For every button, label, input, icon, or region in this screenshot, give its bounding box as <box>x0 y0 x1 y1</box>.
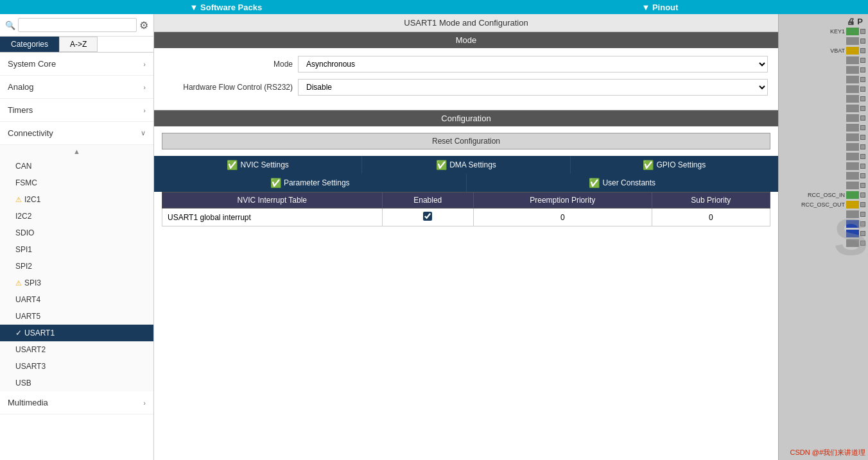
software-packs-menu[interactable]: ▼ Software Packs <box>190 3 263 12</box>
pin-connector <box>860 192 865 198</box>
pin-row <box>846 171 865 180</box>
sidebar-item-spi3[interactable]: ⚠ SPI3 <box>0 275 153 291</box>
pin-row <box>846 75 865 84</box>
pin-box <box>846 162 859 170</box>
sidebar-item-usb[interactable]: USB <box>0 375 153 391</box>
pin-connector <box>860 173 865 178</box>
pin-box <box>846 85 859 93</box>
col-preemption: Preemption Priority <box>473 192 652 209</box>
mode-select[interactable]: Asynchronous Synchronous Single Wire (Ha… <box>298 56 768 72</box>
analog-label: Analog <box>8 82 33 92</box>
sidebar-item-timers[interactable]: Timers › <box>0 99 153 122</box>
sidebar-item-sdio[interactable]: SDIO <box>0 225 153 241</box>
sidebar-item-i2c1[interactable]: ⚠ I2C1 <box>0 191 153 208</box>
sidebar-item-uart5[interactable]: UART5 <box>0 308 153 325</box>
pin-label: KEY1 <box>830 28 845 35</box>
tab-categories[interactable]: Categories <box>0 37 59 52</box>
col-nvic-interrupt: NVIC Interrupt Table <box>162 192 383 209</box>
pin-row <box>846 181 865 190</box>
tab-az[interactable]: A->Z <box>59 37 98 52</box>
content-title: USART1 Mode and Configuration <box>154 14 778 32</box>
usb-label: USB <box>15 379 31 388</box>
pinout-menu[interactable]: ▼ Pinout <box>641 3 678 12</box>
pin-box <box>846 191 859 199</box>
tab-gpio-settings[interactable]: ✅ GPIO Settings <box>571 156 778 174</box>
nvic-settings-label: NVIC Settings <box>240 160 288 169</box>
pin-box <box>846 114 859 122</box>
pin-connector <box>860 125 865 130</box>
reset-config-button[interactable]: Reset Configuration <box>162 133 770 149</box>
sidebar-item-usart2[interactable]: USART2 <box>0 341 153 358</box>
tab-nvic-settings[interactable]: ✅ NVIC Settings <box>154 156 362 174</box>
pin-row: KEY1 <box>830 27 865 36</box>
sidebar-item-fsmc[interactable]: FSMC <box>0 175 153 191</box>
check-icon: ✅ <box>643 160 654 170</box>
pin-box <box>846 182 859 189</box>
spi2-label: SPI2 <box>15 262 32 271</box>
pin-connector <box>860 115 865 121</box>
pin-box <box>846 153 859 160</box>
sidebar-item-can[interactable]: CAN <box>0 158 153 175</box>
hw-flow-label: Hardware Flow Control (RS232) <box>164 83 293 92</box>
pin-connector <box>860 77 865 82</box>
sidebar-item-connectivity[interactable]: Connectivity ∨ <box>0 122 153 145</box>
center-content: USART1 Mode and Configuration Mode Mode … <box>154 14 778 460</box>
pin-connector <box>860 106 865 111</box>
gear-icon[interactable]: ⚙ <box>139 19 148 31</box>
user-constants-label: User Constants <box>602 178 655 187</box>
pin-label: RCC_OSC_IN <box>808 192 845 198</box>
sidebar-item-multimedia[interactable]: Multimedia › <box>0 391 153 414</box>
dma-settings-label: DMA Settings <box>449 160 496 169</box>
tab-dma-settings[interactable]: ✅ DMA Settings <box>362 156 570 174</box>
mode-header: Mode <box>154 32 778 48</box>
usart3-label: USART3 <box>15 362 46 371</box>
chevron-right-icon: › <box>143 399 146 407</box>
search-input[interactable] <box>18 18 137 32</box>
sidebar-item-uart4[interactable]: UART4 <box>0 291 153 308</box>
pinout-label: 🖨 P <box>847 17 863 26</box>
pin-box <box>846 28 859 35</box>
check-icon: ✅ <box>589 178 600 188</box>
pin-connector <box>860 135 865 140</box>
sidebar-item-spi2[interactable]: SPI2 <box>0 258 153 275</box>
pin-connector <box>860 38 865 44</box>
hw-flow-select[interactable]: Disable CTS Only RTS Only CTS/RTS <box>298 79 768 96</box>
pin-row <box>846 133 865 142</box>
enabled-checkbox[interactable] <box>423 212 432 221</box>
pin-row: VBAT <box>830 46 865 55</box>
sidebar-item-usart1[interactable]: ✓ USART1 <box>0 325 153 341</box>
mode-row: Mode Asynchronous Synchronous Single Wir… <box>164 56 768 72</box>
config-header: Configuration <box>154 110 778 126</box>
uart5-label: UART5 <box>15 312 40 321</box>
table-row: USART1 global interrupt 0 0 <box>162 209 770 226</box>
check-icon: ✅ <box>436 160 447 170</box>
pin-box <box>846 66 859 74</box>
sidebar-item-i2c2[interactable]: I2C2 <box>0 208 153 225</box>
scroll-up-arrow[interactable]: ▲ <box>0 145 153 158</box>
pin-connector <box>860 48 865 53</box>
hw-flow-row: Hardware Flow Control (RS232) Disable CT… <box>164 79 768 96</box>
chevron-down-icon: ∨ <box>141 129 146 137</box>
mode-body: Mode Asynchronous Synchronous Single Wir… <box>154 48 778 110</box>
sidebar-item-spi1[interactable]: SPI1 <box>0 241 153 258</box>
pin-label: RCC_OSC_OUT <box>801 201 845 208</box>
s-decorative-label: S <box>834 208 868 267</box>
config-section: Configuration Reset Configuration ✅ NVIC… <box>154 110 778 460</box>
tab-parameter-settings[interactable]: ✅ Parameter Settings <box>154 174 467 192</box>
watermark: CSDN @#我们来讲道理 <box>790 448 865 457</box>
pin-box <box>846 37 859 45</box>
sidebar-item-usart3[interactable]: USART3 <box>0 358 153 375</box>
warning-icon: ⚠ <box>15 196 22 204</box>
sidebar-item-system-core[interactable]: System Core › <box>0 53 153 76</box>
usart1-label: USART1 <box>24 328 55 337</box>
sidebar-tabs: Categories A->Z <box>0 37 153 53</box>
pin-connector <box>860 154 865 159</box>
pin-row <box>846 104 865 113</box>
nvic-table: NVIC Interrupt Table Enabled Preemption … <box>162 192 770 226</box>
check-icon: ✓ <box>15 328 22 337</box>
sidebar-item-analog[interactable]: Analog › <box>0 76 153 99</box>
uart4-label: UART4 <box>15 295 40 304</box>
pin-box <box>846 47 859 55</box>
tab-user-constants[interactable]: ✅ User Constants <box>467 174 779 192</box>
mode-label: Mode <box>164 60 293 69</box>
